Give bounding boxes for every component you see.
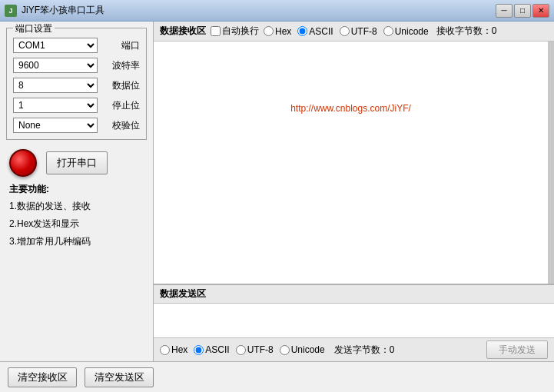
maximize-button[interactable]: □ [514, 4, 531, 18]
status-indicator [9, 149, 37, 177]
baud-label: 波特率 [112, 59, 140, 72]
send-ascii-radio-label[interactable]: ASCII [194, 344, 229, 355]
send-hex-radio-label[interactable]: Hex [160, 344, 187, 355]
open-port-button[interactable]: 打开串口 [46, 151, 108, 174]
receive-byte-count-value: 0 [492, 25, 497, 36]
receive-unicode-radio-label[interactable]: Unicode [383, 26, 429, 37]
auto-newline-text: 自动换行 [222, 25, 259, 38]
send-byte-count-value: 0 [390, 344, 395, 355]
minimize-button[interactable]: ─ [496, 4, 513, 18]
close-button[interactable]: ✕ [532, 4, 549, 18]
send-encoding-group: Hex ASCII UTF-8 Unicode [160, 344, 325, 355]
databits-select[interactable]: 8 7 6 5 [13, 78, 98, 93]
stopbits-select[interactable]: 1 2 [13, 98, 98, 113]
stopbits-row: 1 2 停止位 [13, 98, 140, 113]
port-label: 端口 [121, 39, 140, 52]
parity-select[interactable]: None Even Odd Mark Space [13, 118, 98, 133]
feature-item-2: 2.Hex发送和显示 [9, 217, 147, 231]
send-unicode-text: Unicode [291, 344, 325, 355]
receive-ascii-radio-label[interactable]: ASCII [297, 26, 333, 37]
send-ascii-text: ASCII [205, 344, 229, 355]
title-bar-left: J JiYF笨小孩串口工具 [5, 4, 104, 17]
receive-unicode-radio[interactable] [383, 26, 393, 36]
receive-utf8-radio[interactable] [340, 26, 350, 36]
send-hex-radio[interactable] [160, 345, 170, 355]
action-row: 打开串口 [6, 149, 147, 177]
send-area: 数据发送区 Hex ASCII UTF-8 [154, 284, 554, 361]
clear-send-button[interactable]: 清空发送区 [85, 367, 154, 387]
title-buttons: ─ □ ✕ [496, 4, 549, 18]
send-byte-count-label: 发送字节数： [334, 344, 390, 355]
port-select[interactable]: COM1 COM2 COM3 COM4 [13, 38, 98, 53]
baud-select[interactable]: 9600 19200 38400 57600 115200 [13, 58, 98, 73]
right-panel: 数据接收区 自动换行 Hex ASCII U [154, 22, 554, 361]
feature-item-1: 1.数据的发送、接收 [9, 199, 147, 214]
send-section-title: 数据发送区 [160, 288, 206, 299]
databits-row: 8 7 6 5 数据位 [13, 78, 140, 93]
clear-receive-button[interactable]: 清空接收区 [8, 367, 77, 387]
port-row: COM1 COM2 COM3 COM4 端口 [13, 38, 140, 53]
title-bar: J JiYF笨小孩串口工具 ─ □ ✕ [0, 0, 554, 22]
send-ascii-radio[interactable] [194, 345, 204, 355]
send-utf8-radio-label[interactable]: UTF-8 [236, 344, 274, 355]
stopbits-label: 停止位 [112, 99, 140, 112]
manual-send-button[interactable]: 手动发送 [486, 341, 548, 359]
feature-item-3: 3.增加常用几种编码 [9, 234, 147, 249]
send-unicode-radio-label[interactable]: Unicode [280, 344, 325, 355]
receive-byte-count-label: 接收字节数： [436, 25, 492, 36]
send-utf8-radio[interactable] [236, 345, 246, 355]
receive-area: 数据接收区 自动换行 Hex ASCII U [154, 22, 554, 284]
receive-hex-radio-label[interactable]: Hex [264, 26, 291, 37]
parity-row: None Even Odd Mark Space 校验位 [13, 118, 140, 133]
receive-utf8-radio-label[interactable]: UTF-8 [340, 26, 377, 37]
receive-section-title: 数据接收区 [160, 25, 206, 38]
receive-utf8-text: UTF-8 [351, 26, 377, 37]
send-textarea[interactable] [154, 304, 554, 337]
send-utf8-text: UTF-8 [247, 344, 274, 355]
main-content: 端口设置 COM1 COM2 COM3 COM4 端口 9600 19200 3… [0, 22, 554, 361]
group-box-title: 端口设置 [13, 22, 55, 35]
receive-hex-radio[interactable] [264, 26, 274, 36]
receive-encoding-group: Hex ASCII UTF-8 Unicode [264, 26, 429, 37]
receive-ascii-text: ASCII [309, 26, 333, 37]
receive-unicode-text: Unicode [395, 26, 429, 37]
receive-ascii-radio[interactable] [297, 26, 307, 36]
auto-newline-label[interactable]: 自动换行 [211, 25, 259, 38]
parity-label: 校验位 [112, 119, 140, 132]
baud-row: 9600 19200 38400 57600 115200 波特率 [13, 58, 140, 73]
bottom-bar: 清空接收区 清空发送区 [0, 361, 554, 392]
send-footer: Hex ASCII UTF-8 Unicode [154, 337, 554, 361]
databits-label: 数据位 [112, 79, 140, 92]
send-byte-count: 发送字节数：0 [334, 344, 395, 357]
features-title: 主要功能: [9, 183, 147, 196]
send-unicode-radio[interactable] [280, 345, 290, 355]
receive-hex-text: Hex [275, 26, 291, 37]
receive-textarea[interactable] [154, 42, 554, 284]
receive-header: 数据接收区 自动换行 Hex ASCII U [154, 22, 554, 42]
left-panel: 端口设置 COM1 COM2 COM3 COM4 端口 9600 19200 3… [0, 22, 154, 361]
send-header: 数据发送区 [154, 285, 554, 304]
app-icon: J [5, 5, 17, 17]
window-title: JiYF笨小孩串口工具 [22, 4, 104, 17]
features-section: 主要功能: 1.数据的发送、接收 2.Hex发送和显示 3.增加常用几种编码 [6, 183, 147, 250]
port-settings-group: 端口设置 COM1 COM2 COM3 COM4 端口 9600 19200 3… [6, 28, 147, 140]
receive-byte-count: 接收字节数：0 [436, 25, 497, 38]
send-hex-text: Hex [171, 344, 187, 355]
auto-newline-checkbox[interactable] [211, 26, 221, 36]
